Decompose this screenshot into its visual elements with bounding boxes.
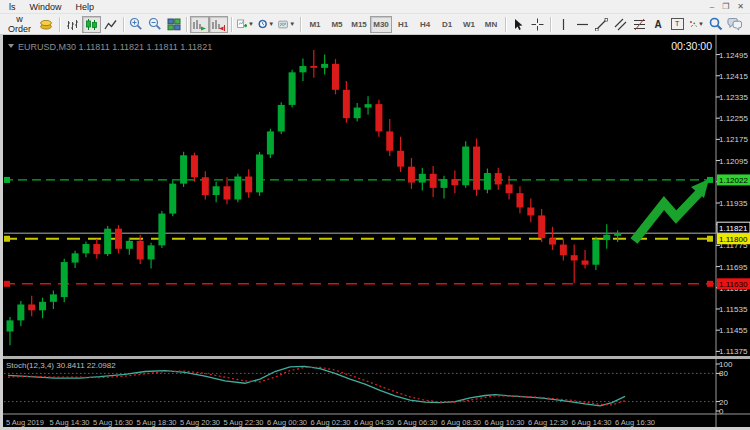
menu-tools[interactable]: ls: [2, 2, 23, 12]
candle-countdown: 00:30:00: [671, 40, 712, 52]
svg-text:1.11455: 1.11455: [719, 326, 748, 335]
price-axis: 1.124951.124151.123351.122551.121751.120…: [716, 51, 748, 357]
svg-text:100: 100: [719, 360, 733, 369]
svg-text:6 Aug 12:30: 6 Aug 12:30: [528, 418, 568, 427]
divider: [59, 17, 60, 32]
cursor-pointer-icon[interactable]: [509, 16, 528, 33]
label-tool-glyph: T: [671, 18, 684, 30]
price-flag-1.11630: 1.11630: [717, 278, 750, 289]
chevron-down-icon: ▼: [289, 21, 295, 27]
svg-text:6 Aug 06:30: 6 Aug 06:30: [398, 418, 438, 427]
app-chrome: ls Window Help – ❐ ✕ w Order: [0, 0, 750, 35]
search-icon[interactable]: [706, 16, 725, 33]
chevron-down-icon: ▼: [248, 21, 254, 27]
window-splitter[interactable]: [0, 356, 750, 359]
svg-text:1.11935: 1.11935: [719, 199, 748, 208]
zoom-out-icon[interactable]: [145, 16, 164, 33]
line-chart-icon[interactable]: [101, 16, 120, 33]
menu-bar: ls Window Help – ❐ ✕: [0, 0, 750, 14]
bar-chart-icon[interactable]: [63, 16, 82, 33]
svg-text:5 Aug 20:30: 5 Aug 20:30: [180, 418, 220, 427]
chevron-down-icon: ▼: [268, 21, 274, 27]
svg-text:6 Aug 04:30: 6 Aug 04:30: [354, 418, 394, 427]
indicators-icon[interactable]: ▼: [235, 16, 256, 33]
chat-icon[interactable]: [725, 16, 744, 33]
divider: [300, 17, 301, 32]
svg-text:6 Aug 02:30: 6 Aug 02:30: [311, 418, 351, 427]
svg-text:1.12175: 1.12175: [719, 135, 748, 144]
svg-text:5 Aug 16:30: 5 Aug 16:30: [93, 418, 133, 427]
template-icon[interactable]: ▼: [276, 16, 297, 33]
symbol-ohlc-label: EURUSD,M30 1.11811 1.11821 1.11811 1.118…: [18, 42, 212, 52]
periods-clock-icon[interactable]: ▼: [256, 16, 276, 33]
text-tool-icon[interactable]: A: [649, 16, 668, 33]
timeframe-switcher: M1M5M15M30H1H4D1W1MN: [304, 16, 502, 33]
svg-text:1.11630: 1.11630: [719, 280, 748, 289]
svg-text:20: 20: [719, 398, 728, 407]
svg-text:1.11821: 1.11821: [719, 224, 748, 233]
time-axis[interactable]: 5 Aug 20195 Aug 14:305 Aug 16:305 Aug 18…: [6, 418, 655, 427]
timeframe-mn[interactable]: MN: [480, 16, 502, 33]
channel-icon[interactable]: [611, 16, 630, 33]
svg-text:1.11800: 1.11800: [719, 235, 748, 244]
svg-text:5 Aug 18:30: 5 Aug 18:30: [137, 418, 177, 427]
timeframe-m30[interactable]: M30: [370, 16, 392, 33]
divider: [505, 17, 506, 32]
horizontal-line-icon[interactable]: [573, 16, 592, 33]
svg-text:1.12335: 1.12335: [719, 93, 748, 102]
current-price-flag: 1.11821: [717, 222, 750, 233]
menu-window[interactable]: Window: [23, 2, 69, 12]
svg-text:1.12095: 1.12095: [719, 157, 748, 166]
svg-text:1.12495: 1.12495: [719, 51, 748, 60]
svg-text:6 Aug 00:30: 6 Aug 00:30: [267, 418, 307, 427]
label-tool-icon[interactable]: T: [668, 16, 687, 33]
svg-text:1.12255: 1.12255: [719, 114, 748, 123]
price-flag-1.11800: 1.11800: [717, 233, 750, 244]
trendline-icon[interactable]: [592, 16, 611, 33]
menu-help[interactable]: Help: [69, 2, 102, 12]
timeframe-d1[interactable]: D1: [436, 16, 458, 33]
chart-canvas[interactable]: EURUSD,M30 1.11811 1.11821 1.11811 1.118…: [0, 34, 750, 430]
timeframe-m1[interactable]: M1: [304, 16, 326, 33]
timeframe-w1[interactable]: W1: [458, 16, 480, 33]
svg-text:1.12022: 1.12022: [719, 176, 748, 185]
zoom-in-icon[interactable]: [126, 16, 145, 33]
timeframe-h1[interactable]: H1: [392, 16, 414, 33]
window-left-edge: [0, 34, 3, 430]
svg-text:5 Aug 14:30: 5 Aug 14:30: [50, 418, 90, 427]
minimize-button[interactable]: –: [710, 2, 714, 11]
timeframe-m5[interactable]: M5: [326, 16, 348, 33]
svg-text:6 Aug 16:30: 6 Aug 16:30: [615, 418, 655, 427]
restore-button[interactable]: ❐: [722, 2, 729, 11]
chevron-down-icon: ▼: [698, 21, 704, 27]
toolbar: w Order: [0, 14, 750, 35]
candlestick-chart-icon[interactable]: [82, 16, 101, 33]
svg-text:1.12415: 1.12415: [719, 72, 748, 81]
close-button[interactable]: ✕: [737, 2, 744, 11]
svg-text:1.11695: 1.11695: [719, 263, 748, 272]
price-flag-1.12022: 1.12022: [717, 174, 750, 185]
svg-text:80: 80: [719, 369, 728, 378]
crosshair-icon[interactable]: [528, 16, 547, 33]
auto-scroll-icon[interactable]: [190, 16, 209, 33]
tile-windows-icon[interactable]: [164, 16, 183, 33]
svg-text:6 Aug 14:30: 6 Aug 14:30: [572, 418, 612, 427]
divider: [231, 17, 232, 32]
text-tool-label: A: [654, 19, 661, 30]
timeframe-h4[interactable]: H4: [414, 16, 436, 33]
svg-text:1.11375: 1.11375: [719, 347, 748, 356]
svg-text:6 Aug 10:30: 6 Aug 10:30: [485, 418, 525, 427]
timeframe-m15[interactable]: M15: [348, 16, 370, 33]
arrows-tool-icon[interactable]: ▼: [687, 16, 706, 33]
svg-text:6 Aug 08:30: 6 Aug 08:30: [441, 418, 481, 427]
new-order-button[interactable]: w Order: [2, 16, 37, 33]
vertical-line-icon[interactable]: [554, 16, 573, 33]
divider: [186, 17, 187, 32]
chart-shift-icon[interactable]: [209, 16, 228, 33]
divider: [123, 17, 124, 32]
svg-text:5 Aug 2019: 5 Aug 2019: [6, 418, 44, 427]
coins-icon[interactable]: [37, 16, 56, 33]
indicator-label: Stoch(12,3,4) 30.8411 22.0982: [6, 361, 116, 370]
fibonacci-icon[interactable]: [630, 16, 649, 33]
svg-text:0: 0: [719, 407, 724, 416]
